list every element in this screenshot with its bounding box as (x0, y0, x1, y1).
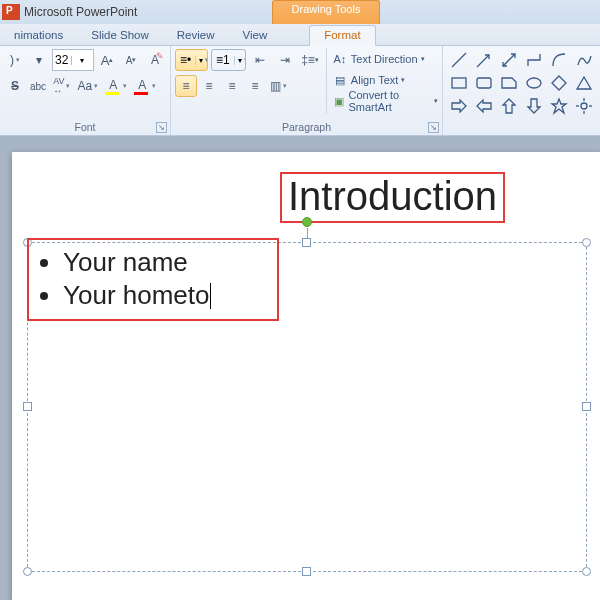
slide-title-text[interactable]: Introduction (288, 174, 497, 218)
chevron-down-icon[interactable]: ▾ (195, 56, 208, 65)
chevron-down-icon: ▾ (401, 76, 405, 84)
increase-indent-button[interactable]: ⇥ (274, 49, 296, 71)
svg-marker-11 (528, 99, 540, 113)
grow-font-button[interactable]: A▴ (96, 49, 118, 71)
convert-smartart-button[interactable]: ▣ Convert to SmartArt ▾ (332, 91, 438, 111)
text-highlight-button[interactable]: A (102, 75, 130, 97)
shape-freeform[interactable] (572, 49, 596, 71)
slide-workspace[interactable]: Introduction Your name Your hometo (0, 136, 600, 600)
group-label-font: Font ↘ (0, 120, 170, 135)
font-dialog-launcher[interactable]: ↘ (156, 122, 167, 133)
rotation-handle[interactable] (302, 217, 312, 227)
svg-line-0 (452, 53, 466, 67)
tab-format[interactable]: Format (309, 25, 375, 46)
clear-formatting-button[interactable]: A✎ (144, 49, 166, 71)
paragraph-dialog-launcher[interactable]: ↘ (428, 122, 439, 133)
paragraph-side-buttons: A↕ Text Direction ▾ ▤ Align Text ▾ ▣ Con… (328, 46, 442, 120)
text-direction-button[interactable]: A↕ Text Direction ▾ (332, 49, 438, 69)
font-family-dropdown[interactable]: ) (4, 49, 26, 71)
font-color-swatch (134, 92, 148, 95)
align-text-icon: ▤ (332, 72, 348, 88)
shape-diamond[interactable] (547, 72, 571, 94)
svg-marker-9 (477, 100, 491, 112)
contextual-tab-drawing-tools[interactable]: Drawing Tools (272, 0, 380, 24)
bullets-button[interactable]: ≡• ▾ (175, 49, 208, 71)
font-size-value: 32 (53, 53, 71, 67)
shape-right-arrow[interactable] (447, 95, 471, 117)
tab-view[interactable]: View (228, 26, 281, 45)
character-spacing-button[interactable]: AV↔ (50, 75, 73, 97)
chevron-down-icon: ▾ (421, 55, 425, 63)
shape-triangle[interactable] (572, 72, 596, 94)
svg-line-2 (503, 54, 515, 66)
decrease-indent-button[interactable]: ⇤ (249, 49, 271, 71)
strikethrough-button[interactable]: S (4, 75, 26, 97)
shape-sun[interactable] (572, 95, 596, 117)
shape-rounded-rect[interactable] (472, 72, 496, 94)
shadow-button[interactable]: abc (27, 75, 49, 97)
svg-point-13 (581, 103, 587, 109)
resize-handle-e[interactable] (582, 402, 591, 411)
contextual-tab-label: Drawing Tools (292, 3, 361, 15)
align-center-button[interactable]: ≡ (198, 75, 220, 97)
change-case-button[interactable]: Aa (74, 75, 101, 97)
line-spacing-button[interactable]: ‡≡▾ (299, 49, 321, 71)
chevron-down-icon[interactable]: ▾ (234, 56, 246, 65)
tab-slide-show[interactable]: Slide Show (77, 26, 163, 45)
align-text-button[interactable]: ▤ Align Text ▾ (332, 70, 438, 90)
slide-canvas[interactable]: Introduction Your name Your hometo (12, 152, 600, 600)
svg-rect-3 (452, 78, 466, 88)
svg-marker-10 (503, 99, 515, 113)
font-size-combo[interactable]: 32 ▾ (52, 49, 94, 71)
shape-star[interactable] (547, 95, 571, 117)
align-right-button[interactable]: ≡ (221, 75, 243, 97)
smartart-icon: ▣ (332, 93, 346, 109)
shape-arrow[interactable] (472, 49, 496, 71)
powerpoint-icon (2, 4, 20, 20)
ribbon: ) ▾ 32 ▾ A▴ A▾ A✎ S abc AV↔ Aa A A (0, 46, 600, 136)
svg-marker-6 (552, 76, 566, 90)
bullet-item-1[interactable]: Your name (63, 246, 277, 279)
svg-line-1 (477, 55, 489, 67)
shape-line[interactable] (447, 49, 471, 71)
shape-snip-rect[interactable] (497, 72, 521, 94)
align-left-button[interactable]: ≡ (175, 75, 197, 97)
shape-ellipse[interactable] (522, 72, 546, 94)
tab-review[interactable]: Review (163, 26, 229, 45)
shape-curve-connector[interactable] (547, 49, 571, 71)
shape-left-arrow[interactable] (472, 95, 496, 117)
bullet-list[interactable]: Your name Your hometo (29, 246, 277, 311)
font-color-button[interactable]: A (131, 75, 159, 97)
bullet-item-2[interactable]: Your hometo (63, 279, 277, 312)
bullets-icon: ≡• (176, 53, 195, 67)
svg-rect-4 (477, 78, 491, 88)
group-drawing (443, 46, 600, 135)
annotation-title-highlight: Introduction (280, 172, 505, 223)
shape-double-arrow[interactable] (497, 49, 521, 71)
resize-handle-sw[interactable] (23, 567, 32, 576)
resize-handle-w[interactable] (23, 402, 32, 411)
numbering-icon: ≡1 (212, 53, 234, 67)
shape-connector[interactable] (522, 49, 546, 71)
ribbon-tabs: nimations Slide Show Review View Format (0, 24, 600, 46)
columns-button[interactable]: ▥ (267, 75, 290, 97)
shape-down-arrow[interactable] (522, 95, 546, 117)
font-separator-icon: ▾ (28, 49, 50, 71)
svg-marker-12 (552, 99, 566, 113)
shapes-gallery[interactable] (443, 46, 600, 120)
justify-button[interactable]: ≡ (244, 75, 266, 97)
tab-animations[interactable]: nimations (0, 26, 77, 45)
resize-handle-n[interactable] (302, 238, 311, 247)
shape-up-arrow[interactable] (497, 95, 521, 117)
group-label-paragraph: Paragraph ↘ (171, 120, 442, 135)
separator (326, 48, 327, 114)
shape-rectangle[interactable] (447, 72, 471, 94)
resize-handle-s[interactable] (302, 567, 311, 576)
resize-handle-se[interactable] (582, 567, 591, 576)
tab-spacer (281, 38, 309, 45)
svg-point-5 (527, 78, 541, 88)
resize-handle-ne[interactable] (582, 238, 591, 247)
shrink-font-button[interactable]: A▾ (120, 49, 142, 71)
numbering-button[interactable]: ≡1 ▾ (211, 49, 246, 71)
chevron-down-icon[interactable]: ▾ (71, 56, 94, 65)
